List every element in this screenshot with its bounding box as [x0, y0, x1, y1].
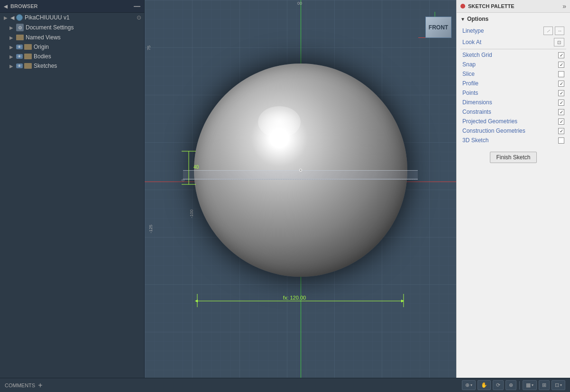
display-dropdown-icon: ▾: [532, 383, 533, 387]
browser-minimize-icon[interactable]: —: [134, 2, 140, 10]
browser-title: BROWSER: [10, 3, 37, 9]
slice-label: Slice: [462, 71, 558, 77]
projected-geometries-checkbox[interactable]: [558, 119, 564, 125]
ruler-label-top: 00: [297, 1, 302, 6]
app-container: ◀ BROWSER — ▶ ◀ PikaCHIUUUU v1 ⊙ ▶ ⚙ Doc…: [0, 0, 570, 392]
dimension-line-horizontal: fx: 120.00: [162, 294, 439, 308]
construction-geometries-checkbox[interactable]: [558, 128, 564, 134]
main-viewport[interactable]: 75 0 -100 -125 00: [145, 0, 456, 378]
lookat-label: Look At: [462, 39, 554, 46]
linetype-controls: ⟋ - -: [543, 27, 564, 35]
browser-item-bodies[interactable]: ▶ 👁 Bodies: [0, 52, 144, 61]
points-checkbox[interactable]: [558, 90, 564, 96]
palette-row-construction-geometries[interactable]: Construction Geometries: [460, 126, 566, 136]
dimensions-checkbox[interactable]: [558, 100, 564, 106]
arrow-icon: ▶: [9, 25, 15, 30]
display-mode-button[interactable]: ▦ ▾: [523, 380, 537, 390]
browser-item-origin[interactable]: ▶ 👁 Origin: [0, 42, 144, 52]
named-views-label: Named Views: [26, 34, 61, 41]
sketch-grid-label: Sketch Grid: [462, 52, 558, 58]
browser-item-sketches[interactable]: ▶ 👁 Sketches: [0, 61, 144, 71]
3d-sketch-checkbox[interactable]: [558, 137, 564, 144]
view-icon: ⊡: [555, 382, 559, 388]
bottom-toolbar: ⊕ ▾ ✋ ⟳ ⊕ ▦ ▾ ⊞ ⊡ ▾: [462, 380, 565, 390]
view-toggle-button[interactable]: ⊡ ▾: [552, 380, 565, 390]
top-area: ◀ BROWSER — ▶ ◀ PikaCHIUUUU v1 ⊙ ▶ ⚙ Doc…: [0, 0, 570, 378]
options-label: Options: [467, 16, 488, 22]
center-point: [299, 169, 302, 172]
slice-checkbox[interactable]: [558, 71, 564, 77]
finish-btn-container: Finish Sketch: [460, 145, 566, 170]
snap-checkbox[interactable]: [558, 62, 564, 68]
orbit-button[interactable]: ⟳: [493, 380, 504, 390]
pan-button[interactable]: ✋: [478, 380, 491, 390]
zoom-button[interactable]: ⊕: [506, 380, 516, 390]
eye-icon[interactable]: 👁: [16, 54, 23, 59]
palette-row-projected-geometries[interactable]: Projected Geometries: [460, 117, 566, 126]
orbit-icon: ⟳: [496, 382, 500, 388]
palette-row-constraints[interactable]: Constraints: [460, 107, 566, 117]
arrow-icon: ▶: [9, 64, 15, 69]
doc-icon: [16, 14, 23, 21]
snap-dropdown-icon: ▾: [470, 383, 472, 387]
sketch-grid-checkbox[interactable]: [558, 52, 564, 58]
arrow-icon: ▶: [9, 54, 15, 59]
palette-row-snap[interactable]: Snap: [460, 60, 566, 69]
folder-icon: [16, 35, 24, 40]
add-comment-icon[interactable]: +: [38, 381, 42, 390]
origin-label: Origin: [34, 44, 49, 50]
palette-row-profile[interactable]: Profile: [460, 79, 566, 88]
eye-icon[interactable]: 👁: [16, 45, 23, 49]
dimension-line-vertical: 40: [177, 149, 201, 187]
browser-doc-item[interactable]: ▶ ◀ PikaCHIUUUU v1 ⊙: [0, 13, 144, 22]
palette-row-sketch-grid[interactable]: Sketch Grid: [460, 50, 566, 60]
viewport-canvas[interactable]: 75 0 -100 -125 00: [145, 0, 456, 378]
finish-sketch-button[interactable]: Finish Sketch: [490, 152, 536, 163]
lookat-icon[interactable]: ⊡: [554, 38, 564, 46]
palette-expand-icon[interactable]: »: [562, 2, 566, 10]
folder-icon: [24, 63, 32, 69]
eye-icon[interactable]: 👁: [16, 64, 23, 68]
doc-options-icon[interactable]: ⊙: [137, 14, 141, 21]
browser-header-left: ◀ BROWSER: [4, 3, 37, 9]
linetype-label: Linetype: [462, 27, 543, 34]
points-label: Points: [462, 90, 558, 96]
profile-checkbox[interactable]: [558, 81, 564, 87]
palette-header-left: SKETCH PALETTE: [460, 3, 515, 9]
linetype-dashed-icon[interactable]: - -: [555, 27, 564, 35]
bodies-label: Bodies: [34, 53, 51, 60]
folder-icon: [24, 54, 32, 59]
arrow-icon: ▶: [9, 45, 15, 50]
palette-row-points[interactable]: Points: [460, 88, 566, 98]
document-settings-label: Document Settings: [26, 24, 74, 31]
comments-label: COMMENTS: [5, 383, 35, 388]
profile-label: Profile: [462, 80, 558, 87]
palette-row-dimensions[interactable]: Dimensions: [460, 98, 566, 107]
view-cube-face-front[interactable]: FRONT: [425, 17, 451, 38]
display-icon: ▦: [526, 382, 531, 388]
grid-toggle-button[interactable]: ⊞: [539, 380, 550, 390]
linetype-solid-icon[interactable]: ⟋: [543, 27, 553, 35]
ruler-label-neg125: -125: [148, 225, 153, 233]
options-triangle: ▼: [460, 17, 465, 22]
options-header: ▼ Options: [460, 16, 566, 22]
view-cube[interactable]: FRONT: [418, 5, 451, 38]
palette-row-slice[interactable]: Slice: [460, 69, 566, 79]
browser-item-named-views[interactable]: ▶ Named Views: [0, 33, 144, 42]
pan-icon: ✋: [481, 382, 487, 388]
snap-tools-button[interactable]: ⊕ ▾: [462, 380, 476, 390]
view-cube-axes: FRONT: [418, 5, 451, 38]
constraints-checkbox[interactable]: [558, 109, 564, 115]
bottom-bar: COMMENTS + ⊕ ▾ ✋ ⟳ ⊕ ▦ ▾ ⊞: [0, 378, 570, 392]
divider-1: [460, 49, 566, 49]
sketch-slice-band: [183, 170, 418, 180]
ruler-label-neg100: -100: [189, 210, 194, 218]
browser-collapse-arrow[interactable]: ◀: [4, 4, 8, 9]
browser-item-document-settings[interactable]: ▶ ⚙ Document Settings: [0, 22, 144, 33]
snap-label: Snap: [462, 61, 558, 68]
constraints-label: Constraints: [462, 109, 558, 115]
palette-row-3d-sketch[interactable]: 3D Sketch: [460, 136, 566, 145]
sketch-palette: SKETCH PALETTE » ▼ Options Linetype ⟋ - …: [456, 0, 570, 378]
doc-back-arrow[interactable]: ◀: [10, 15, 14, 21]
palette-dot-icon: [460, 4, 465, 9]
